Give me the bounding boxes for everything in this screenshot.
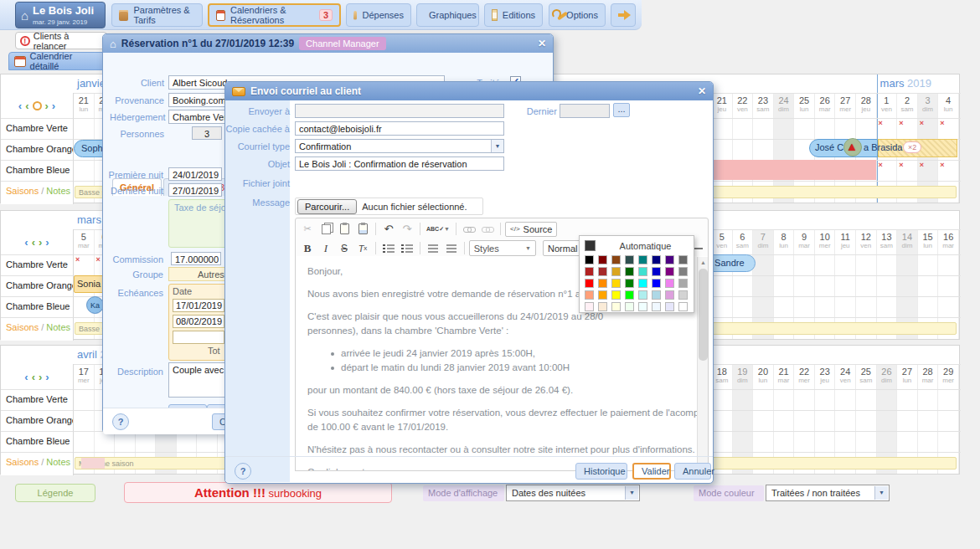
color-swatch[interactable] xyxy=(585,267,594,276)
help-button[interactable]: ? xyxy=(235,463,251,480)
dernier-courriel-field[interactable] xyxy=(560,104,610,118)
numbered-list-icon[interactable] xyxy=(380,241,397,256)
color-swatch[interactable] xyxy=(638,267,647,276)
italic-icon[interactable]: I xyxy=(317,241,334,256)
legende-button[interactable]: Légende xyxy=(15,484,95,502)
copy-icon[interactable] xyxy=(317,222,334,237)
menu-options[interactable]: Options xyxy=(549,3,606,27)
paste-from-word-icon[interactable] xyxy=(354,222,371,237)
mode-affichage-select[interactable]: Dates des nuitées ▼ xyxy=(506,485,640,501)
next-icon[interactable]: › xyxy=(39,371,42,383)
color-swatch[interactable] xyxy=(611,279,621,288)
color-swatch[interactable] xyxy=(625,279,634,288)
color-swatch[interactable] xyxy=(652,302,661,311)
color-swatch[interactable] xyxy=(638,279,647,288)
prev-icon[interactable]: ‹ xyxy=(32,236,35,249)
color-swatch[interactable] xyxy=(598,302,607,311)
dernier-courriel-browse-button[interactable]: ... xyxy=(613,103,630,117)
reservation-bar-untreated[interactable] xyxy=(704,160,876,180)
envoyer-input[interactable] xyxy=(295,104,504,118)
color-swatch[interactable] xyxy=(678,302,688,311)
prev-icon[interactable]: ‹ xyxy=(18,100,22,112)
color-swatch[interactable] xyxy=(665,255,674,264)
commission-pct-input[interactable]: 17.000000 xyxy=(171,252,221,265)
indent-icon[interactable] xyxy=(443,241,460,256)
clients-a-relancer-button[interactable]: ! Clients à relancer xyxy=(15,32,107,49)
color-swatch[interactable] xyxy=(598,279,607,288)
close-icon[interactable]: ✕ xyxy=(538,38,546,49)
color-swatch[interactable] xyxy=(598,255,607,264)
color-swatch[interactable] xyxy=(665,302,674,311)
undo-icon[interactable]: ↶ xyxy=(380,222,397,237)
next-icon[interactable]: › xyxy=(52,100,55,112)
color-swatch[interactable] xyxy=(678,267,688,276)
app-logo[interactable]: ⌂ Le Bois Joli mar. 29 janv. 2019 xyxy=(15,2,106,28)
annuler-button[interactable]: Annuler xyxy=(674,463,711,480)
source-button[interactable]: </> Source xyxy=(505,222,557,237)
link-icon[interactable] xyxy=(461,222,477,237)
color-swatch[interactable] xyxy=(638,255,647,264)
scroll-up-icon[interactable]: ▲ xyxy=(698,257,709,268)
help-button[interactable]: ? xyxy=(112,413,129,430)
editor-scrollbar[interactable]: ▲ ▼ xyxy=(697,257,708,471)
menu-calendriers-reservations[interactable]: Calendriers & Réservations 3 xyxy=(208,3,341,27)
echeance-date-input[interactable] xyxy=(173,331,224,344)
menu-parametres-tarifs[interactable]: Paramètres & Tarifs xyxy=(111,3,203,27)
next-icon[interactable]: › xyxy=(45,236,49,249)
prev-icon[interactable]: ‹ xyxy=(24,236,28,249)
reservation-dialog-titlebar[interactable]: ⌂ Réservation n°1 du 27/01/2019 12:39 Ch… xyxy=(103,34,553,53)
prev-icon[interactable]: ‹ xyxy=(32,371,35,383)
mode-couleur-select[interactable]: Traitées / non traitées ▼ xyxy=(766,485,890,501)
color-swatch[interactable] xyxy=(585,279,594,288)
prev-icon[interactable]: ‹ xyxy=(24,371,28,383)
automatic-color-option[interactable]: Automatique xyxy=(585,240,689,251)
remove-format-icon[interactable]: Tx xyxy=(354,241,371,256)
next-button[interactable] xyxy=(611,3,636,27)
bullet-list-icon[interactable] xyxy=(399,241,415,256)
color-swatch[interactable] xyxy=(638,302,647,311)
color-swatch[interactable] xyxy=(652,267,661,276)
reservation-avatar-ka[interactable]: Ka xyxy=(86,296,104,314)
unlink-icon[interactable] xyxy=(479,222,496,237)
prev-icon[interactable]: ‹ xyxy=(25,100,28,112)
bold-icon[interactable]: B xyxy=(299,241,316,256)
calendrier-detaille-tab[interactable]: Calendrier détaillé xyxy=(8,52,107,70)
color-swatch[interactable] xyxy=(665,290,674,300)
color-swatch[interactable] xyxy=(678,290,688,300)
color-swatch[interactable] xyxy=(652,255,661,264)
outdent-icon[interactable] xyxy=(425,241,441,256)
next-icon[interactable]: › xyxy=(45,100,49,112)
objet-input[interactable]: Le Bois Joli : Confirmation de réservati… xyxy=(295,156,504,171)
color-swatch[interactable] xyxy=(625,267,634,276)
scrollbar-thumb[interactable] xyxy=(699,269,708,361)
courriel-type-select[interactable]: Confirmation ▼ xyxy=(295,139,504,153)
color-swatch[interactable] xyxy=(678,279,688,288)
color-swatch[interactable] xyxy=(678,255,688,264)
echeance-date-input[interactable]: 17/01/2019 xyxy=(173,299,224,312)
copie-cachee-input[interactable]: contact@leboisjoli.fr xyxy=(295,121,504,136)
color-swatch[interactable] xyxy=(611,267,621,276)
color-swatch[interactable] xyxy=(585,302,594,311)
cut-icon[interactable]: ✂ xyxy=(299,222,316,237)
email-dialog-titlebar[interactable]: Envoi courriel au client ✕ xyxy=(225,82,713,100)
color-swatch[interactable] xyxy=(585,255,594,264)
historique-button[interactable]: Historique xyxy=(575,463,627,480)
parcourir-button[interactable]: Parcourir... xyxy=(297,199,357,214)
strikethrough-icon[interactable]: S xyxy=(336,241,353,256)
next-icon[interactable]: › xyxy=(45,371,49,383)
color-swatch[interactable] xyxy=(598,290,607,300)
today-icon[interactable] xyxy=(33,101,42,110)
menu-graphiques[interactable]: Graphiques xyxy=(416,3,479,27)
valider-button[interactable]: Valider xyxy=(632,463,671,480)
color-swatch[interactable] xyxy=(652,290,661,300)
styles-dropdown[interactable]: Styles ▼ xyxy=(469,240,536,256)
color-swatch[interactable] xyxy=(598,267,607,276)
color-swatch[interactable] xyxy=(665,267,674,276)
color-swatch[interactable] xyxy=(625,255,634,264)
color-swatch[interactable] xyxy=(611,255,621,264)
color-swatch[interactable] xyxy=(611,302,621,311)
color-swatch[interactable] xyxy=(652,279,661,288)
color-swatch[interactable] xyxy=(625,302,634,311)
color-swatch[interactable] xyxy=(638,290,647,300)
color-swatch[interactable] xyxy=(611,290,621,300)
